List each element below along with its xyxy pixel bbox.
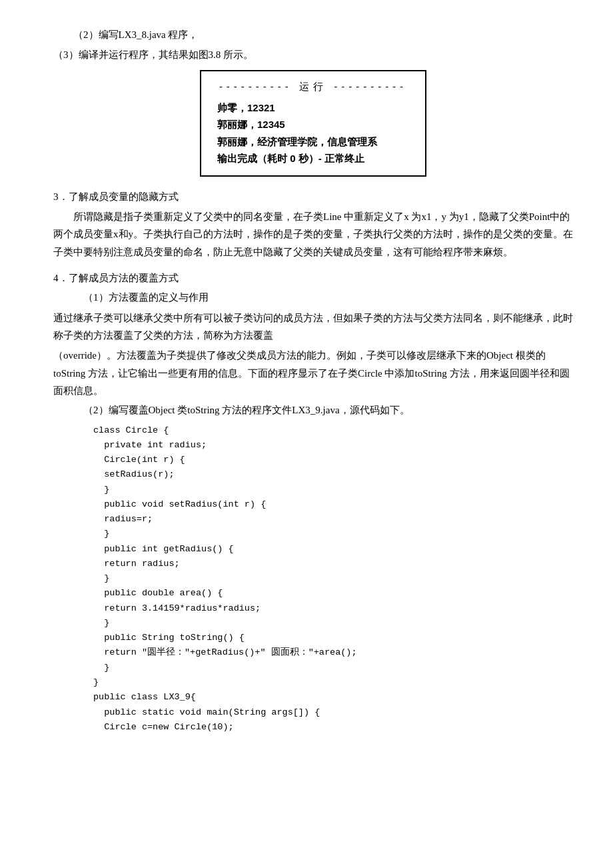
step3-text: （3）编译并运行程序，其结果如图3.8 所示。: [53, 47, 573, 64]
section4-body1: 通过继承子类可以继承父类中所有可以被子类访问的成员方法，但如果子类的方法与父类方…: [53, 309, 573, 345]
run-box-line-1: 帅零，12321: [217, 99, 409, 117]
run-box-line-2: 郭丽娜，12345: [217, 116, 409, 133]
code-block: class Circle { private int radius; Circl…: [93, 423, 573, 735]
run-box-wrapper: ---------- 运行 ---------- 帅零，12321 郭丽娜，12…: [53, 70, 573, 177]
section4-sub2-title: （2）编写覆盖Object 类toString 方法的程序文件LX3_9.jav…: [53, 402, 573, 419]
run-box: ---------- 运行 ---------- 帅零，12321 郭丽娜，12…: [200, 70, 426, 177]
run-box-title: ---------- 运行 ----------: [217, 78, 409, 95]
main-content: （2）编写LX3_8.java 程序， （3）编译并运行程序，其结果如图3.8 …: [53, 27, 573, 735]
run-box-line-4: 输出完成（耗时 0 秒）- 正常终止: [217, 150, 409, 167]
section4-sub1-title: （1）方法覆盖的定义与作用: [53, 289, 573, 307]
section3-body: 所谓隐藏是指子类重新定义了父类中的同名变量，在子类Line 中重新定义了x 为x…: [53, 208, 573, 261]
section4-title: 4．了解成员方法的覆盖方式: [53, 270, 573, 287]
section4-body2: （override）。方法覆盖为子类提供了修改父类成员方法的能力。例如，子类可以…: [53, 347, 573, 399]
section3-title: 3．了解成员变量的隐藏方式: [53, 189, 573, 206]
run-box-line-3: 郭丽娜，经济管理学院，信息管理系: [217, 133, 409, 151]
step2-text: （2）编写LX3_8.java 程序，: [53, 27, 573, 44]
